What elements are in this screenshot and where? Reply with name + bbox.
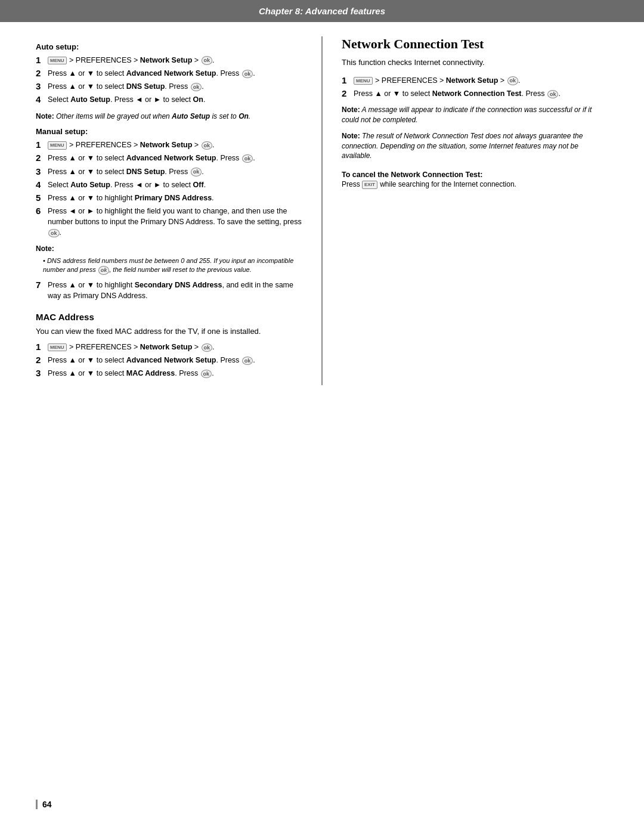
menu-icon: MENU bbox=[48, 141, 67, 149]
step-number: 2 bbox=[342, 88, 350, 99]
right-column: Network Connection Test This function ch… bbox=[321, 36, 608, 385]
mac-steps: 1 MENU > PREFERENCES > Network Setup > o… bbox=[36, 342, 302, 379]
list-item: 5 Press ▲ or ▼ to highlight Primary DNS … bbox=[36, 193, 302, 203]
list-item: 1 MENU > PREFERENCES > Network Setup > o… bbox=[342, 75, 608, 86]
ok-icon: ok bbox=[191, 168, 202, 176]
step-number: 1 bbox=[36, 55, 44, 66]
note-label: Note: bbox=[342, 106, 360, 114]
step-number: 2 bbox=[36, 355, 44, 366]
ok-icon: ok bbox=[547, 90, 559, 99]
step-number: 7 bbox=[36, 280, 44, 290]
menu-icon: MENU bbox=[48, 57, 67, 64]
step-content: Press ◄ or ► to highlight the field you … bbox=[48, 206, 302, 238]
ok-icon: ok bbox=[191, 83, 202, 92]
right-intro: This function checks Internet connectivi… bbox=[342, 58, 608, 67]
page: Chapter 8: Advanced features Auto setup:… bbox=[0, 0, 644, 833]
note-label: Note: bbox=[36, 244, 54, 253]
list-item: 1 MENU > PREFERENCES > Network Setup > o… bbox=[36, 342, 302, 352]
step-content: Press ▲ or ▼ to highlight Primary DNS Ad… bbox=[48, 193, 302, 203]
step-number: 5 bbox=[36, 193, 44, 203]
menu-icon: MENU bbox=[354, 77, 373, 85]
left-column: Auto setup: 1 MENU > PREFERENCES > Netwo… bbox=[36, 36, 302, 385]
step-number: 3 bbox=[36, 368, 44, 379]
step-content: Press ▲ or ▼ to select Advanced Network … bbox=[48, 68, 302, 79]
chapter-title: Chapter 8: Advanced features bbox=[259, 6, 385, 16]
auto-note: Note: Other items will be grayed out whe… bbox=[36, 112, 302, 122]
ok-icon: ok bbox=[201, 370, 212, 379]
step-number: 1 bbox=[36, 342, 44, 352]
list-item: 3 Press ▲ or ▼ to select DNS Setup. Pres… bbox=[36, 166, 302, 177]
to-cancel-label: To cancel the Network Connection Test: bbox=[342, 171, 608, 179]
mac-intro: You can view the fixed MAC address for t… bbox=[36, 327, 302, 336]
step-content: Press ▲ or ▼ to select DNS Setup. Press … bbox=[48, 81, 302, 92]
step-number: 6 bbox=[36, 206, 44, 216]
list-item: 2 Press ▲ or ▼ to select Advanced Networ… bbox=[36, 68, 302, 79]
step-content: Press ▲ or ▼ to select Network Connectio… bbox=[354, 88, 608, 99]
ok-icon: ok bbox=[202, 141, 213, 150]
to-cancel-text: Press EXIT while searching for the Inter… bbox=[342, 180, 608, 188]
manual-note: Note: • DNS address field numbers must b… bbox=[36, 244, 302, 275]
step-number: 4 bbox=[36, 94, 44, 105]
ok-icon: ok bbox=[242, 154, 253, 163]
ok-icon: ok bbox=[242, 357, 253, 366]
note-label: Note: bbox=[36, 112, 54, 120]
mac-address-title: MAC Address bbox=[36, 312, 302, 322]
step-number: 1 bbox=[342, 75, 350, 86]
auto-setup-label: Auto setup: bbox=[36, 42, 302, 51]
step-content: Press ▲ or ▼ to highlight Secondary DNS … bbox=[48, 280, 302, 301]
right-note-b: Note: The result of Network Connection T… bbox=[342, 131, 608, 161]
step-number: 3 bbox=[36, 166, 44, 177]
auto-setup-steps: 1 MENU > PREFERENCES > Network Setup > o… bbox=[36, 55, 302, 106]
ok-icon: ok bbox=[48, 229, 60, 238]
ok-icon: ok bbox=[202, 343, 213, 352]
right-steps: 1 MENU > PREFERENCES > Network Setup > o… bbox=[342, 75, 608, 99]
ok-icon: ok bbox=[202, 56, 213, 65]
ok-icon: ok bbox=[242, 70, 253, 79]
step-content: MENU > PREFERENCES > Network Setup > ok. bbox=[48, 55, 302, 66]
step-number: 4 bbox=[36, 179, 44, 190]
exit-icon: EXIT bbox=[362, 181, 377, 188]
list-item: 3 Press ▲ or ▼ to select MAC Address. Pr… bbox=[36, 368, 302, 379]
list-item: 2 Press ▲ or ▼ to select Network Connect… bbox=[342, 88, 608, 99]
list-item: 2 Press ▲ or ▼ to select Advanced Networ… bbox=[36, 153, 302, 163]
chapter-header: Chapter 8: Advanced features bbox=[0, 0, 644, 22]
list-item: 6 Press ◄ or ► to highlight the field yo… bbox=[36, 206, 302, 238]
step-number: 2 bbox=[36, 68, 44, 79]
menu-icon: MENU bbox=[48, 343, 67, 351]
list-item: 3 Press ▲ or ▼ to select DNS Setup. Pres… bbox=[36, 81, 302, 92]
manual-setup-steps: 1 MENU > PREFERENCES > Network Setup > o… bbox=[36, 140, 302, 238]
list-item: 4 Select Auto Setup. Press ◄ or ► to sel… bbox=[36, 94, 302, 105]
list-item: 7 Press ▲ or ▼ to highlight Secondary DN… bbox=[36, 280, 302, 301]
note-label: Note: bbox=[342, 132, 360, 140]
manual-steps-cont: 7 Press ▲ or ▼ to highlight Secondary DN… bbox=[36, 280, 302, 301]
step-content: MENU > PREFERENCES > Network Setup > ok. bbox=[354, 75, 608, 86]
ok-icon: ok bbox=[507, 76, 519, 85]
ok-icon: ok bbox=[98, 266, 110, 275]
step-content: Press ▲ or ▼ to select MAC Address. Pres… bbox=[48, 368, 302, 379]
note-bullet: • DNS address field numbers must be betw… bbox=[43, 256, 302, 275]
step-content: Press ▲ or ▼ to select DNS Setup. Press … bbox=[48, 166, 302, 177]
step-number: 3 bbox=[36, 81, 44, 92]
step-content: Select Auto Setup. Press ◄ or ► to selec… bbox=[48, 179, 302, 190]
content-area: Auto setup: 1 MENU > PREFERENCES > Netwo… bbox=[0, 36, 644, 409]
network-connection-test-title: Network Connection Test bbox=[342, 36, 608, 52]
step-number: 1 bbox=[36, 140, 44, 150]
right-note-a: Note: A message will appear to indicate … bbox=[342, 105, 608, 125]
page-number: 64 bbox=[36, 800, 52, 809]
step-number: 2 bbox=[36, 153, 44, 163]
manual-setup-label: Manual setup: bbox=[36, 127, 302, 136]
step-content: MENU > PREFERENCES > Network Setup > ok. bbox=[48, 140, 302, 150]
list-item: 4 Select Auto Setup. Press ◄ or ► to sel… bbox=[36, 179, 302, 190]
list-item: 1 MENU > PREFERENCES > Network Setup > o… bbox=[36, 55, 302, 66]
step-content: Press ▲ or ▼ to select Advanced Network … bbox=[48, 153, 302, 163]
list-item: 2 Press ▲ or ▼ to select Advanced Networ… bbox=[36, 355, 302, 366]
list-item: 1 MENU > PREFERENCES > Network Setup > o… bbox=[36, 140, 302, 150]
step-content: Select Auto Setup. Press ◄ or ► to selec… bbox=[48, 94, 302, 105]
step-content: MENU > PREFERENCES > Network Setup > ok. bbox=[48, 342, 302, 352]
step-content: Press ▲ or ▼ to select Advanced Network … bbox=[48, 355, 302, 366]
